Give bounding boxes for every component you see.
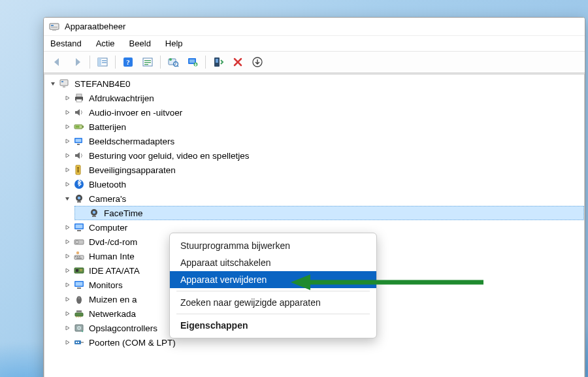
caret-right-icon[interactable] [63, 137, 72, 146]
tree-node[interactable]: Besturing voor geluid, video en spelletj… [60, 148, 584, 163]
menu-help[interactable]: Help [165, 39, 183, 48]
svg-text:?: ? [126, 58, 130, 66]
context-menu-item[interactable]: Stuurprogramma bijwerken [170, 237, 376, 254]
svg-rect-31 [82, 126, 84, 128]
battery-icon [73, 121, 85, 133]
svg-line-16 [177, 65, 178, 67]
tree-leaf-node[interactable]: FaceTime [74, 206, 584, 220]
svg-rect-32 [76, 126, 80, 128]
mouse-icon [73, 293, 85, 305]
caret-right-icon[interactable] [63, 323, 72, 333]
monitor-icon [73, 279, 85, 291]
caret-right-icon[interactable] [63, 180, 72, 189]
caret-right-icon[interactable] [63, 165, 72, 174]
tree-node-label: Netwerkada [89, 309, 136, 319]
tree-node[interactable]: Camera's [60, 191, 584, 206]
toolbar-separator [160, 56, 161, 69]
svg-rect-68 [76, 310, 82, 312]
svg-rect-47 [76, 225, 83, 229]
tree-root-node[interactable]: STEFANB4E0 [46, 76, 584, 91]
svg-rect-38 [78, 169, 79, 172]
display-adapter-icon [73, 135, 85, 147]
caret-right-icon[interactable] [63, 338, 72, 347]
menu-action[interactable]: Actie [96, 39, 115, 48]
tree-node[interactable]: Afdrukwachtrijen [60, 91, 584, 105]
context-menu-item[interactable]: Zoeken naar gewijzigde apparaten [170, 294, 376, 311]
caret-right-icon[interactable] [63, 309, 72, 318]
svg-rect-64 [77, 287, 81, 289]
bluetooth-icon [73, 178, 85, 190]
back-button[interactable] [48, 54, 67, 70]
svg-point-41 [78, 197, 81, 200]
svg-rect-42 [77, 201, 81, 203]
menu-file[interactable]: Bestand [50, 39, 82, 48]
window-title: Apparaatbeheer [65, 22, 125, 31]
context-menu: Stuurprogramma bijwerkenApparaat uitscha… [169, 233, 377, 338]
svg-rect-56 [76, 258, 82, 259]
update-driver-button[interactable] [184, 54, 202, 70]
monitor-icon [73, 221, 85, 233]
caret-right-icon[interactable] [63, 237, 72, 246]
help-button[interactable]: ? [119, 54, 137, 70]
caret-right-icon[interactable] [63, 151, 72, 160]
tree-node-label: Computer [89, 223, 127, 233]
svg-rect-11 [144, 60, 151, 61]
toolbar-separator [115, 56, 116, 69]
svg-rect-29 [76, 99, 82, 102]
caret-down-icon[interactable] [48, 79, 57, 88]
svg-rect-6 [102, 60, 106, 61]
caret-right-icon[interactable] [63, 223, 72, 232]
svg-rect-26 [63, 86, 65, 88]
tree-node-label: Bluetooth [89, 180, 126, 189]
tree-node[interactable]: Beveiligingsapparaten [60, 163, 584, 177]
svg-rect-52 [74, 255, 84, 259]
context-menu-item[interactable]: Eigenschappen [170, 317, 376, 334]
context-menu-item[interactable]: Apparaat verwijderen [170, 271, 376, 288]
port-icon [73, 336, 85, 348]
caret-right-icon[interactable] [63, 252, 72, 261]
show-hide-tree-button[interactable] [93, 54, 112, 70]
caret-right-icon[interactable] [63, 295, 72, 304]
svg-rect-45 [92, 216, 96, 217]
caret-right-icon[interactable] [63, 93, 72, 103]
svg-rect-25 [61, 81, 63, 82]
svg-rect-55 [79, 256, 80, 257]
caret-right-icon[interactable] [63, 280, 72, 289]
caret-right-icon[interactable] [63, 266, 72, 275]
tree-node-label: Poorten (COM & LPT) [89, 338, 176, 348]
tree-node[interactable]: Bluetooth [60, 177, 584, 191]
svg-rect-61 [80, 270, 82, 271]
camera-icon [73, 193, 85, 205]
svg-point-51 [76, 242, 77, 242]
svg-point-37 [77, 167, 79, 169]
scan-hardware-button[interactable] [164, 54, 182, 70]
context-menu-item[interactable]: Apparaat uitschakelen [170, 254, 376, 271]
svg-rect-53 [75, 256, 76, 257]
security-icon [73, 164, 85, 176]
tree-node-label: Beveiligingsapparaten [89, 165, 176, 175]
svg-rect-63 [76, 282, 83, 286]
properties-button[interactable] [139, 54, 157, 70]
tree-node-label: Human Inte [89, 252, 135, 261]
tree-node[interactable]: Audio-invoer en -uitvoer [60, 105, 584, 120]
tree-node-label: Muizen en a [89, 295, 137, 304]
down-button[interactable] [248, 54, 267, 70]
tree-node[interactable]: Beeldschermadapters [60, 134, 584, 148]
remove-device-button[interactable] [229, 54, 247, 70]
svg-rect-2 [51, 27, 57, 27]
forward-button[interactable] [68, 54, 86, 70]
toolbar: ? [44, 52, 585, 73]
tree-leaf-label: FaceTime [104, 208, 143, 218]
svg-point-57 [76, 252, 79, 254]
menu-view[interactable]: Beeld [129, 39, 151, 48]
svg-rect-35 [77, 144, 80, 145]
tree-node[interactable]: Batterijen [60, 120, 584, 134]
svg-rect-0 [50, 24, 59, 29]
caret-right-icon[interactable] [63, 108, 72, 117]
enable-device-button[interactable] [209, 54, 227, 70]
storage-icon [73, 322, 85, 334]
caret-down-icon[interactable] [63, 194, 72, 203]
svg-rect-34 [76, 139, 82, 142]
menubar: Bestand Actie Beeld Help [44, 36, 585, 52]
caret-right-icon[interactable] [63, 122, 72, 131]
